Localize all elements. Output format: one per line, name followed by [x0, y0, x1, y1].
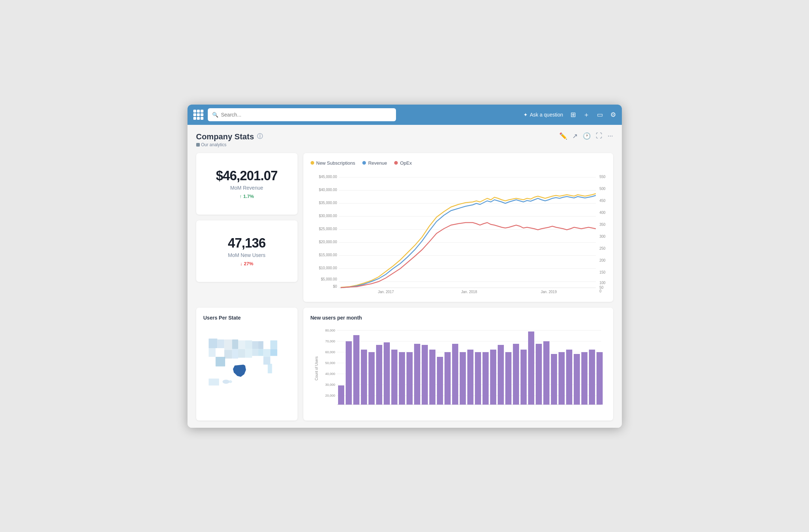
search-icon: 🔍 — [212, 112, 218, 118]
svg-text:$10,000.00: $10,000.00 — [319, 266, 337, 270]
svg-text:Count of Users: Count of Users — [315, 356, 319, 380]
svg-text:$20,000.00: $20,000.00 — [319, 240, 337, 244]
svg-rect-51 — [263, 357, 270, 365]
grid-icon-button[interactable]: ⊞ — [570, 111, 576, 119]
plus-icon: ✦ — [523, 112, 528, 118]
svg-text:80,000: 80,000 — [325, 329, 335, 332]
svg-text:300: 300 — [599, 235, 606, 238]
svg-rect-48 — [252, 349, 258, 356]
svg-rect-39 — [232, 339, 238, 349]
svg-text:$35,000.00: $35,000.00 — [319, 201, 337, 205]
svg-rect-105 — [559, 352, 565, 405]
revenue-stat-card: $46,201.07 MoM Revenue ↑ 1.7% — [196, 153, 298, 215]
share-icon-button[interactable]: ↗ — [572, 132, 578, 140]
svg-rect-50 — [263, 349, 270, 357]
legend-dot-opex — [394, 161, 398, 165]
bar-chart-card: New users per month Count of Users 80,00… — [303, 308, 613, 421]
svg-rect-99 — [513, 344, 519, 405]
line-chart-svg: .axis-label { font-size: 10px; fill: #88… — [311, 170, 606, 293]
svg-text:$0: $0 — [333, 284, 337, 288]
svg-rect-103 — [543, 341, 549, 405]
dashboard-grid: $46,201.07 MoM Revenue ↑ 1.7% 47,136 MoM… — [196, 153, 613, 421]
svg-rect-43 — [245, 340, 252, 349]
more-options-button[interactable]: ··· — [607, 132, 613, 140]
svg-rect-96 — [490, 350, 496, 405]
svg-text:0: 0 — [599, 289, 602, 293]
svg-text:50,000: 50,000 — [325, 361, 335, 365]
svg-rect-87 — [422, 345, 428, 405]
svg-rect-54 — [270, 349, 277, 356]
edit-icon-button[interactable]: ✏️ — [559, 132, 567, 140]
svg-rect-46 — [252, 341, 258, 349]
ask-question-button[interactable]: ✦ Ask a question — [523, 112, 563, 118]
svg-rect-91 — [452, 344, 458, 405]
svg-rect-44 — [238, 349, 245, 358]
svg-rect-104 — [551, 354, 557, 405]
down-arrow-icon: ↓ — [240, 261, 243, 266]
info-icon[interactable]: ⓘ — [257, 133, 263, 140]
add-icon-button[interactable]: ＋ — [583, 110, 590, 119]
line-chart-card: New Subscriptions Revenue OpEx — [303, 153, 613, 302]
svg-point-58 — [222, 379, 229, 384]
svg-rect-79 — [361, 350, 367, 405]
legend-revenue: Revenue — [362, 160, 387, 166]
usa-map-svg — [203, 325, 290, 397]
search-bar[interactable]: 🔍 — [208, 108, 396, 121]
svg-text:$30,000.00: $30,000.00 — [319, 214, 337, 218]
svg-rect-53 — [270, 340, 277, 349]
svg-text:Jan, 2019: Jan, 2019 — [541, 290, 557, 293]
svg-rect-76 — [338, 385, 344, 405]
svg-rect-78 — [353, 335, 359, 405]
users-value: 47,136 — [228, 236, 265, 251]
svg-text:350: 350 — [599, 223, 606, 227]
svg-text:150: 150 — [599, 270, 606, 274]
revenue-change: ↑ 1.7% — [239, 194, 254, 199]
svg-rect-106 — [566, 350, 572, 405]
map-card: Users Per State — [196, 308, 298, 421]
svg-rect-77 — [346, 341, 352, 405]
svg-text:$15,000.00: $15,000.00 — [319, 253, 337, 257]
svg-rect-85 — [406, 352, 413, 405]
svg-rect-42 — [238, 340, 245, 349]
svg-rect-56 — [267, 364, 272, 373]
revenue-label: MoM Revenue — [230, 185, 263, 191]
svg-rect-38 — [224, 339, 232, 350]
svg-text:60,000: 60,000 — [325, 350, 335, 354]
search-input[interactable] — [221, 112, 392, 118]
svg-text:$25,000.00: $25,000.00 — [319, 227, 337, 231]
svg-rect-86 — [414, 344, 420, 405]
svg-rect-40 — [224, 350, 232, 358]
svg-text:20,000: 20,000 — [325, 394, 335, 397]
title-section: Company Stats ⓘ Our analytics — [196, 132, 263, 147]
svg-rect-97 — [498, 345, 504, 405]
svg-text:Jan, 2017: Jan, 2017 — [378, 290, 394, 293]
legend-subscriptions: New Subscriptions — [311, 160, 355, 166]
legend-dot-subscriptions — [311, 161, 314, 165]
stat-cards-column: $46,201.07 MoM Revenue ↑ 1.7% 47,136 MoM… — [196, 153, 298, 302]
bar-chart-svg: Count of Users 80,000 70,000 60,000 50,0… — [311, 325, 606, 412]
svg-text:70,000: 70,000 — [325, 339, 335, 343]
settings-icon-button[interactable]: ⚙ — [610, 111, 616, 119]
svg-rect-45 — [245, 349, 252, 358]
users-label: MoM New Users — [228, 252, 265, 258]
legend-opex: OpEx — [394, 160, 412, 166]
svg-rect-82 — [384, 342, 390, 405]
logo[interactable] — [193, 110, 203, 120]
bar-chart-title: New users per month — [311, 315, 606, 321]
clock-icon-button[interactable]: 🕐 — [583, 132, 591, 140]
svg-text:40,000: 40,000 — [325, 372, 335, 376]
svg-rect-101 — [528, 332, 534, 405]
svg-rect-100 — [521, 350, 527, 405]
svg-rect-36 — [217, 339, 224, 348]
breadcrumb: Our analytics — [196, 142, 263, 147]
svg-rect-35 — [208, 338, 217, 348]
svg-rect-55 — [215, 357, 225, 366]
bookmark-icon-button[interactable]: ▭ — [597, 111, 603, 119]
svg-marker-52 — [233, 364, 246, 377]
page-actions: ✏️ ↗ 🕐 ⛶ ··· — [559, 132, 613, 140]
svg-rect-93 — [467, 350, 473, 405]
svg-text:550: 550 — [599, 175, 606, 179]
expand-icon-button[interactable]: ⛶ — [596, 132, 602, 140]
app-container: 🔍 ✦ Ask a question ⊞ ＋ ▭ ⚙ Company Stats… — [187, 105, 622, 428]
svg-rect-57 — [208, 379, 219, 385]
